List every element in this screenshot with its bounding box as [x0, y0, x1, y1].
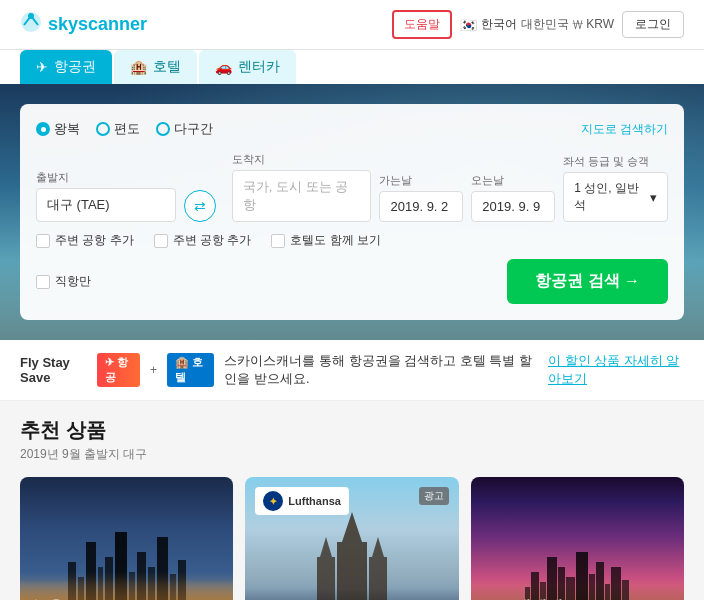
one-way-radio[interactable]	[96, 122, 110, 136]
depart-input[interactable]: 2019. 9. 2	[379, 191, 463, 222]
promo-text: 스카이스캐너를 통해 항공권을 검색하고 호텔 특별 할인을 받으세요.	[224, 352, 538, 388]
depart-label: 가는날	[379, 173, 463, 188]
chevron-down-icon: ▾	[650, 190, 657, 205]
tab-flights[interactable]: ✈ 항공권	[20, 50, 112, 84]
search-button[interactable]: 항공권 검색 →	[507, 259, 668, 304]
return-field-group: 오는날 2019. 9. 9	[471, 173, 555, 222]
logo-icon	[20, 11, 42, 38]
ny-background	[20, 477, 233, 600]
language-selector[interactable]: 🇰🇷 한국어 대한민국 ₩ KRW	[460, 16, 614, 33]
from-input[interactable]: 대구 (TAE)	[36, 188, 176, 222]
recommended-section: 추천 상품 2019년 9월 출발지 대구	[0, 401, 704, 600]
hotels-icon: 🏨	[130, 59, 147, 75]
ad-badge: 광고	[419, 487, 449, 505]
tab-cars-label: 렌터카	[238, 58, 280, 76]
card-newyork[interactable]: 뉴욕, 미국 가격 확인 ›	[20, 477, 233, 600]
tab-flights-label: 항공권	[54, 58, 96, 76]
flag-icon: 🇰🇷	[460, 17, 477, 33]
return-input[interactable]: 2019. 9. 9	[471, 191, 555, 222]
one-way-label: 편도	[114, 120, 140, 138]
flights-icon: ✈	[36, 59, 48, 75]
lang-text: 한국어	[481, 16, 517, 33]
section-subtitle: 2019년 9월 출발지 대구	[20, 446, 684, 463]
round-trip-option[interactable]: 왕복	[36, 120, 80, 138]
hotel-badge: 🏨 호텔	[167, 353, 214, 387]
class-label: 좌석 등급 및 승객	[563, 154, 668, 169]
with-hotel[interactable]: 호텔도 함께 보기	[271, 232, 381, 249]
class-select[interactable]: 1 성인, 일반석 ▾	[563, 172, 668, 222]
return-label: 오는날	[471, 173, 555, 188]
map-search-link[interactable]: 지도로 검색하기	[581, 121, 668, 138]
card-losangeles[interactable]: 로스앤젤레스, 미국 가격 확인 ›	[471, 477, 684, 600]
multi-city-option[interactable]: 다구간	[156, 120, 213, 138]
trip-type-row: 왕복 편도 다구간 지도로 검색하기	[36, 120, 668, 138]
logo-text: skyscanner	[48, 14, 147, 35]
from-label: 출발지	[36, 170, 176, 185]
lh-promo-overlay: 루프트한자 유럽 특가 추가 5만원 할인 받기 ›	[245, 588, 458, 600]
section-title: 추천 상품	[20, 417, 684, 444]
register-button[interactable]: 도움말	[392, 10, 452, 39]
login-button[interactable]: 로그인	[622, 11, 684, 38]
tab-hotels-label: 호텔	[153, 58, 181, 76]
currency-text: 대한민국 ₩ KRW	[521, 16, 614, 33]
search-bottom-row: 직항만 항공권 검색 →	[36, 259, 668, 304]
tab-hotels[interactable]: 🏨 호텔	[114, 50, 197, 84]
to-field-group: 도착지 국가, 도시 또는 공항	[232, 152, 372, 222]
direct-label: 직항만	[55, 273, 91, 290]
class-field-group: 좌석 등급 및 승객 1 성인, 일반석 ▾	[563, 154, 668, 222]
trip-options: 왕복 편도 다구간	[36, 120, 213, 138]
nearby-airport-from[interactable]: 주변 공항 추가	[36, 232, 134, 249]
hero-section: 왕복 편도 다구간 지도로 검색하기 출발지 대구 (TAE)	[0, 84, 704, 340]
round-trip-label: 왕복	[54, 120, 80, 138]
promo-brand: Fly Stay Save	[20, 355, 87, 385]
cars-icon: 🚗	[215, 59, 232, 75]
lufthansa-badge: ✦ Lufthansa	[255, 487, 349, 515]
nearby-from-checkbox[interactable]	[36, 234, 50, 248]
nearby-airport-to[interactable]: 주변 공항 추가	[154, 232, 252, 249]
multi-city-radio[interactable]	[156, 122, 170, 136]
search-box: 왕복 편도 다구간 지도로 검색하기 출발지 대구 (TAE)	[20, 104, 684, 320]
ny-overlay: 뉴욕, 미국 가격 확인 ›	[20, 585, 233, 600]
tab-cars[interactable]: 🚗 렌터카	[199, 50, 296, 84]
promo-banner: Fly Stay Save ✈ 항공 + 🏨 호텔 스카이스캐너를 통해 항공권…	[0, 340, 704, 401]
hotel-label: 호텔도 함께 보기	[290, 232, 381, 249]
card-lufthansa[interactable]: ✦ Lufthansa 광고 루프트한자 유럽 특가 추가 5만원 할인 받기 …	[245, 477, 458, 600]
nearby-to-checkbox[interactable]	[154, 234, 168, 248]
from-field-group: 출발지 대구 (TAE)	[36, 170, 176, 222]
search-btn-label: 항공권 검색 →	[535, 271, 640, 292]
direct-only[interactable]: 직항만	[36, 273, 91, 290]
la-background	[471, 477, 684, 600]
nearby-to-label: 주변 공항 추가	[173, 232, 252, 249]
one-way-option[interactable]: 편도	[96, 120, 140, 138]
la-overlay: 로스앤젤레스, 미국 가격 확인 ›	[471, 585, 684, 600]
multi-city-label: 다구간	[174, 120, 213, 138]
header-right: 도움말 🇰🇷 한국어 대한민국 ₩ KRW 로그인	[392, 10, 684, 39]
promo-link[interactable]: 이 할인 상품 자세히 알아보기	[548, 352, 684, 388]
lufthansa-name: Lufthansa	[288, 495, 341, 507]
fly-badge: ✈ 항공	[97, 353, 140, 387]
search-fields: 출발지 대구 (TAE) ⇄ 도착지 국가, 도시 또는 공항 가는날 2019…	[36, 152, 668, 222]
to-label: 도착지	[232, 152, 372, 167]
search-options-row1: 주변 공항 추가 주변 공항 추가 호텔도 함께 보기	[36, 232, 668, 249]
svg-point-1	[28, 13, 34, 19]
logo: skyscanner	[20, 11, 147, 38]
lh-logo: ✦	[263, 491, 283, 511]
header: skyscanner 도움말 🇰🇷 한국어 대한민국 ₩ KRW 로그인	[0, 0, 704, 50]
to-input[interactable]: 국가, 도시 또는 공항	[232, 170, 372, 222]
nearby-from-label: 주변 공항 추가	[55, 232, 134, 249]
direct-checkbox[interactable]	[36, 275, 50, 289]
hotel-checkbox[interactable]	[271, 234, 285, 248]
depart-field-group: 가는날 2019. 9. 2	[379, 173, 463, 222]
cards-grid: 뉴욕, 미국 가격 확인 ›	[20, 477, 684, 600]
nav-tabs: ✈ 항공권 🏨 호텔 🚗 렌터카	[0, 50, 704, 84]
round-trip-radio[interactable]	[36, 122, 50, 136]
swap-button[interactable]: ⇄	[184, 190, 216, 222]
